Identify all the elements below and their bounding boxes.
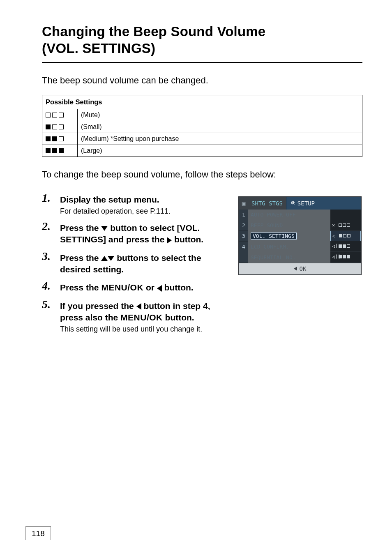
step-1-head: Display the setup menu. (60, 194, 227, 205)
lcd-menu-item-label: BEEP SOUND (251, 222, 283, 228)
step-4-text-c: button. (162, 283, 194, 292)
lcd-menu-item-label: VOL. SETTINGS (251, 233, 297, 240)
step-5-text-a: If you pressed the (60, 301, 136, 311)
step-1-sub: For detailed operation, see P.111. (60, 207, 227, 216)
step-4-head: Press the MENU/OK or button. (60, 282, 227, 293)
settings-table: Possible Settings (Mute)(Small)(Medium) … (42, 95, 362, 157)
wrench-icon: 🛠 (291, 200, 295, 206)
volume-level-label: (Small) (78, 121, 362, 133)
lcd-tab-setup: 🛠 SETUP (286, 197, 361, 210)
lcd-tab-shooting: SHTG STGS (248, 200, 286, 207)
lcd-volume-options: ✕◁◁)◁)) (330, 210, 361, 263)
step-4-text-a: Press the (60, 283, 101, 292)
lcd-menu-item-label: LCD CONFIRM. (251, 244, 289, 250)
camera-icon: ▣ (239, 200, 248, 207)
speaker-icon: ✕ (332, 222, 337, 228)
step-3: Press the buttons to select the desired … (42, 252, 227, 276)
lcd-row-number: 3 (239, 231, 248, 242)
volume-level-label: (Mute) (78, 109, 362, 121)
lcd-row-number: 4 (239, 242, 248, 252)
title-line-2: (VOL. SETTINGS) (42, 41, 155, 56)
page-number: 118 (25, 526, 51, 540)
lcd-tabs: ▣ SHTG STGS 🛠 SETUP (239, 197, 361, 210)
table-row: (Mute) (42, 109, 362, 121)
lcd-menu-item: LCD CONFIRM. (248, 242, 330, 252)
lcd-menu-items: AUTO POWER OFFBEEP SOUNDVOL. SETTINGSLCD… (248, 210, 330, 263)
right-arrow-icon (167, 237, 172, 244)
step-4: Press the MENU/OK or button. (42, 282, 227, 293)
step-2-head: Press the button to select [VOL. SETTING… (60, 222, 227, 246)
lcd-volume-option: ✕ (330, 220, 361, 231)
step-4-text-b: or (143, 283, 157, 292)
speaker-icon: ◁ (332, 233, 337, 239)
volume-level-icon (42, 133, 78, 145)
lcd-menu-item: BEEP SOUND (248, 220, 330, 231)
lcd-menu-item-label: AUTO POWER OFF (251, 212, 296, 218)
step-3-head: Press the buttons to select the desired … (60, 252, 227, 276)
table-row: (Medium) *Setting upon purchase (42, 133, 362, 145)
intro-text: The beep sound volume can be changed. (42, 75, 362, 86)
volume-bars-icon (339, 243, 351, 249)
lcd-volume-option: ◁)) (330, 252, 361, 263)
lcd-menu-item: SEQUENTIAL NO. (248, 252, 330, 263)
lcd-row-numbers: 1234 (239, 210, 248, 263)
lcd-menu-item: VOL. SETTINGS (248, 231, 330, 242)
settings-header: Possible Settings (42, 95, 362, 109)
left-arrow-icon (157, 285, 162, 292)
steps-list: Display the setup menu. For detailed ope… (42, 194, 227, 341)
lcd-footer: OK (239, 263, 361, 274)
up-arrow-icon (101, 256, 108, 261)
step-5: If you pressed the button in step 4, pre… (42, 300, 227, 334)
volume-level-icon (42, 145, 78, 157)
menu-ok-label: MENU/OK (120, 313, 163, 322)
volume-bars-icon (339, 254, 351, 260)
volume-bars-icon (339, 233, 351, 239)
lcd-menu-item-label: SEQUENTIAL NO. (251, 254, 296, 260)
steps-intro: To change the beep sound volume, follow … (42, 169, 362, 180)
left-arrow-icon (294, 267, 297, 271)
lcd-screenshot: ▣ SHTG STGS 🛠 SETUP 1234 AUTO POWER OFFB… (238, 196, 362, 275)
volume-level-icon (42, 109, 78, 121)
lcd-footer-ok: OK (300, 265, 307, 272)
table-row: (Large) (42, 145, 362, 157)
page-title: Changing the Beep Sound Volume (VOL. SET… (42, 23, 362, 57)
step-2: Press the button to select [VOL. SETTING… (42, 222, 227, 246)
volume-level-label: (Large) (78, 145, 362, 157)
step-5-head: If you pressed the button in step 4, pre… (60, 300, 227, 324)
lcd-row-number: 2 (239, 220, 248, 231)
step-5-sub: This setting will be used until you chan… (60, 325, 227, 334)
step-1: Display the setup menu. For detailed ope… (42, 194, 227, 216)
volume-bars-icon (339, 222, 351, 228)
lcd-volume-option: ◁ (330, 231, 361, 241)
title-line-1: Changing the Beep Sound Volume (42, 24, 265, 39)
step-2-text-a: Press the (60, 223, 101, 233)
table-row: (Small) (42, 121, 362, 133)
lcd-volume-option: ◁) (330, 241, 361, 252)
lcd-row-number: 1 (239, 210, 248, 220)
left-arrow-icon (136, 303, 141, 310)
menu-ok-label: MENU/OK (101, 283, 143, 292)
footer-rule (0, 522, 392, 522)
title-underline (42, 62, 362, 63)
down-arrow-icon (108, 256, 114, 261)
step-2-text-c: button. (172, 235, 203, 244)
speaker-icon: ◁)) (332, 254, 337, 260)
volume-level-icon (42, 121, 78, 133)
step-5-text-c: button. (163, 313, 194, 322)
step-3-text-a: Press the (60, 253, 101, 263)
lcd-menu-item: AUTO POWER OFF (248, 210, 330, 220)
speaker-icon: ◁) (332, 243, 337, 249)
volume-level-label: (Medium) *Setting upon purchase (78, 133, 362, 145)
down-arrow-icon (101, 226, 108, 231)
lcd-tab-setup-label: SETUP (297, 200, 315, 207)
